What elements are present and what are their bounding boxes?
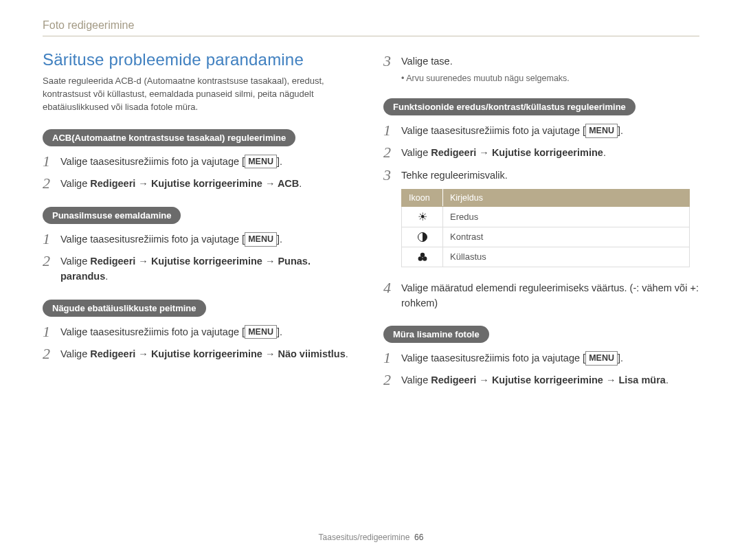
saturation-icon (402, 247, 443, 267)
step-text: Valige tase. (401, 53, 453, 69)
menu-button-label: MENU (585, 351, 618, 366)
step-number: 1 (43, 324, 60, 340)
page-number: 66 (414, 533, 423, 542)
step-text: Valige Redigeeri → Kujutise korrigeerimi… (60, 175, 302, 192)
text-fragment: . (666, 374, 668, 385)
text-fragment: ]. (618, 125, 623, 136)
right-column: 3 Valige tase. Arvu suurenedes muutub nä… (383, 50, 699, 404)
text-fragment: . (603, 147, 606, 158)
text-bold: Redigeeri → Kujutise korrigeerimine (431, 147, 603, 158)
text-bold: Redigeeri → Kujutise korrigeerimine → Nä… (90, 348, 345, 359)
step-text: Valige Redigeeri → Kujutise korrigeerimi… (60, 346, 348, 362)
icon-table: Ikoon Kirjeldus ☀ Eredus Kontrast (401, 189, 690, 267)
table-header-icon: Ikoon (402, 189, 443, 206)
step: 4 Valige määratud elemendi reguleerimise… (383, 280, 699, 311)
table-row: Küllastus (402, 247, 690, 267)
step-number: 2 (383, 144, 401, 161)
text-fragment: Valige taasesitusrežiimis foto ja vajuta… (60, 234, 245, 245)
step-text: Valige määratud elemendi reguleerimiseks… (401, 280, 699, 311)
footer-section: Taasesitus/redigeerimine (319, 533, 410, 542)
brightness-icon: ☀ (402, 206, 443, 227)
step-number: 1 (383, 350, 401, 366)
text-bold: Redigeeri → Kujutise korrigeerimine → Pu… (60, 256, 311, 282)
step: 3 Valige tase. (383, 53, 699, 69)
step-number: 2 (43, 346, 60, 362)
step-text: Tehke reguleerimisvalik. (401, 167, 508, 183)
text-bold: Redigeeri → Kujutise korrigeerimine → AC… (90, 178, 299, 189)
menu-button-label: MENU (245, 155, 277, 169)
step: 1 Valige taasesitusrežiimis foto ja vaju… (43, 153, 359, 170)
step-text: Valige Redigeeri → Kujutise korrigeerimi… (60, 253, 359, 284)
step-text: Valige Redigeeri → Kujutise korrigeerimi… (401, 372, 668, 388)
step-text: Valige taasesitusrežiimis foto ja vajuta… (60, 231, 282, 247)
table-row: Kontrast (402, 227, 690, 247)
page-footer: Taasesitus/redigeerimine 66 (0, 533, 742, 542)
step-number: 2 (43, 175, 60, 192)
pill-brightness-contrast-saturation: Funktsioonide eredus/kontrast/küllastus … (383, 98, 636, 115)
step-text: Valige taasesitusrežiimis foto ja vajuta… (60, 324, 282, 340)
step-number: 1 (383, 122, 401, 139)
text-bold: Redigeeri → Kujutise korrigeerimine → Li… (431, 374, 666, 385)
text-fragment: Valige (401, 374, 431, 385)
svg-point-0 (420, 253, 424, 257)
pill-redeye: Punasilmsuse eemaldamine (43, 207, 181, 224)
text-fragment: Valige (60, 348, 90, 359)
step-text: Valige taasesitusrežiimis foto ja vajuta… (60, 153, 282, 170)
text-fragment: Valige (60, 178, 90, 189)
svg-point-2 (423, 256, 427, 260)
table-cell-desc: Küllastus (443, 247, 690, 267)
step-number: 2 (43, 253, 60, 269)
step-number: 3 (383, 53, 401, 69)
step-number: 2 (383, 372, 401, 388)
text-fragment: Valige (401, 147, 431, 158)
text-fragment: Valige taasesitusrežiimis foto ja vajuta… (60, 156, 245, 167)
left-column: Särituse probleemide parandamine Saate r… (43, 50, 359, 404)
text-fragment: ]. (277, 156, 282, 167)
pill-face: Nägude ebatäiuslikkuste peitmine (43, 300, 206, 317)
step-note: Arvu suurenedes muutub nägu selgemaks. (401, 74, 699, 83)
header-title: Foto redigeerimine (43, 19, 134, 31)
text-fragment: . (299, 178, 302, 189)
step: 2 Valige Redigeeri → Kujutise korrigeeri… (43, 175, 359, 192)
step-number: 3 (383, 167, 401, 183)
step-number: 1 (43, 153, 60, 170)
pill-noise: Müra lisamine fotole (383, 326, 489, 343)
step-text: Valige taasesitusrežiimis foto ja vajuta… (401, 350, 623, 366)
step-text: Valige taasesitusrežiimis foto ja vajuta… (401, 122, 623, 139)
text-fragment: Valige (60, 256, 90, 267)
menu-button-label: MENU (585, 124, 618, 138)
step: 1 Valige taasesitusrežiimis foto ja vaju… (383, 350, 699, 366)
step: 1 Valige taasesitusrežiimis foto ja vaju… (383, 122, 699, 139)
menu-button-label: MENU (245, 232, 277, 247)
text-fragment: . (105, 271, 108, 282)
step-number: 1 (43, 231, 60, 247)
step: 1 Valige taasesitusrežiimis foto ja vaju… (43, 231, 359, 247)
text-fragment: ]. (277, 234, 282, 245)
step: 1 Valige taasesitusrežiimis foto ja vaju… (43, 324, 359, 340)
table-header-desc: Kirjeldus (443, 189, 690, 206)
step-number: 4 (383, 280, 401, 296)
table-cell-desc: Kontrast (443, 227, 690, 247)
step-text: Valige Redigeeri → Kujutise korrigeerimi… (401, 144, 606, 161)
table-cell-desc: Eredus (443, 206, 690, 227)
step: 3 Tehke reguleerimisvalik. (383, 167, 699, 183)
step: 2 Valige Redigeeri → Kujutise korrigeeri… (383, 372, 699, 388)
table-row: ☀ Eredus (402, 206, 690, 227)
menu-button-label: MENU (245, 325, 277, 339)
contrast-icon (402, 227, 443, 247)
section-intro: Saate reguleerida ACB-d (Automaatne kont… (43, 75, 359, 114)
text-fragment: Valige taasesitusrežiimis foto ja vajuta… (60, 326, 245, 337)
text-fragment: ]. (618, 352, 623, 363)
step: 2 Valige Redigeeri → Kujutise korrigeeri… (43, 346, 359, 362)
section-title: Särituse probleemide parandamine (43, 50, 359, 69)
text-fragment: Valige taasesitusrežiimis foto ja vajuta… (401, 125, 585, 136)
text-fragment: Valige taasesitusrežiimis foto ja vajuta… (401, 352, 585, 363)
text-fragment: ]. (277, 326, 282, 337)
step: 2 Valige Redigeeri → Kujutise korrigeeri… (43, 253, 359, 284)
pill-acb: ACB(Automaatne kontrastsuse tasakaal) re… (43, 129, 295, 146)
step: 2 Valige Redigeeri → Kujutise korrigeeri… (383, 144, 699, 161)
text-fragment: . (346, 348, 348, 359)
page-header: Foto redigeerimine (43, 19, 699, 36)
svg-point-1 (418, 256, 422, 260)
